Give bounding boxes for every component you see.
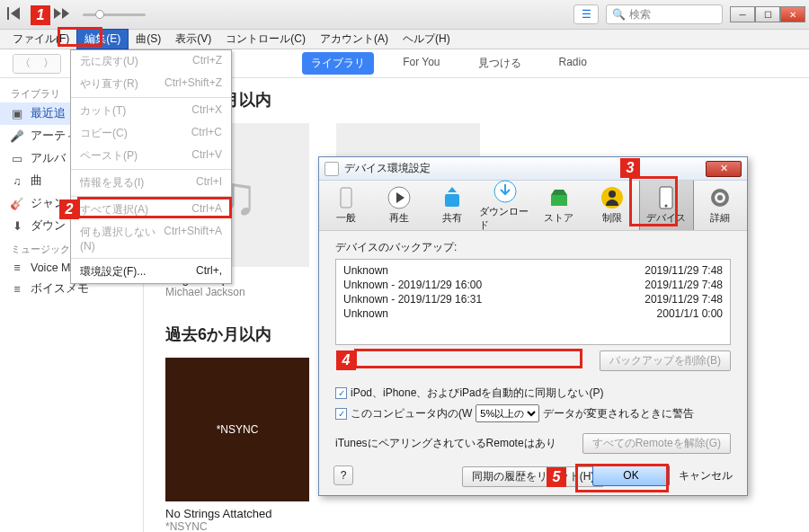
tool-sharing[interactable]: 共有 [426,181,479,230]
menu-undo[interactable]: 元に戻す(U)Ctrl+Z [71,50,231,73]
store-icon [547,186,571,209]
section-title-recent: 過去3か月以内 [165,89,787,111]
tool-advanced[interactable]: 詳細 [694,181,747,230]
itunes-icon [324,162,339,176]
annotation-4: 4 [336,350,356,370]
nav-back-button[interactable]: 〈 [13,55,37,73]
playlist-icon: ≡ [11,283,23,296]
help-button[interactable]: ? [333,466,353,485]
dialog-footer: ? OK キャンセル [319,465,747,486]
restrict-icon [600,186,624,209]
next-track-button[interactable] [54,8,70,22]
annotation-box-1 [58,27,102,47]
remote-label: iTunesにペアリングされているRemoteはあり [335,436,556,451]
svg-point-10 [717,195,723,200]
window-close-button[interactable]: ✕ [780,6,805,22]
warn-checkbox-row[interactable]: ✓ このコンピュータ内の(W 5%以上の データが変更されるときに警告 [335,403,731,424]
autosync-label: iPod、iPhone、およびiPadを自動的に同期しない(P) [351,386,603,401]
backup-row: Unknown2001/1/1 0:00 [343,306,723,321]
search-icon: 🔍 [612,8,626,21]
download-icon: ⬇ [11,219,23,233]
backup-row: Unknown2019/11/29 7:48 [343,263,723,278]
general-icon [334,186,358,209]
mic-icon: 🎤 [11,129,23,143]
edit-dropdown-menu: 元に戻す(U)Ctrl+Z やり直す(R)Ctrl+Shift+Z カット(T)… [70,49,232,284]
guitar-icon: 🎸 [11,197,23,210]
search-input[interactable]: 🔍 検索 [606,4,723,24]
tab-browse[interactable]: 見つける [469,52,530,75]
menu-cut[interactable]: カット(T)Ctrl+X [71,100,231,122]
window-maximize-button[interactable]: ☐ [755,6,780,22]
tool-downloads[interactable]: ダウンロード [479,181,532,230]
menu-control[interactable]: コントロール(C) [218,30,313,49]
checkbox-checked-icon[interactable]: ✓ [335,408,347,420]
search-placeholder: 検索 [629,7,651,22]
clock-icon: ▣ [11,107,23,120]
album-cover: *NSYNC [165,358,309,501]
autosync-checkbox-row[interactable]: ✓ iPod、iPhone、およびiPadを自動的に同期しない(P) [335,384,731,403]
tool-store[interactable]: ストア [532,181,585,230]
device-preferences-dialog: デバイス環境設定 ✕ 一般 再生 共有 ダウンロード ストア 制限 デバイス 詳… [318,156,748,496]
player-bar: ☰ 🔍 検索 ─ ☐ ✕ [0,0,809,30]
play-icon [387,186,411,209]
note-icon: ♫ [11,175,23,188]
dialog-toolbar: 一般 再生 共有 ダウンロード ストア 制限 デバイス 詳細 [319,181,747,231]
backup-label: デバイスのバックアップ: [335,240,731,255]
backup-row: Unknown - 2019/11/29 16:312019/11/29 7:4… [343,292,723,306]
playlist-icon: ≡ [11,262,23,274]
album-tile[interactable]: *NSYNC No Strings Attatched *NSYNC [165,358,309,532]
warn-percent-select[interactable]: 5%以上の [476,404,539,422]
list-view-button[interactable]: ☰ [573,4,599,24]
share-icon [440,186,464,209]
window-minimize-button[interactable]: ─ [730,6,755,22]
menu-paste[interactable]: ペースト(P)Ctrl+V [71,145,231,167]
gear-icon [708,186,732,209]
svg-rect-2 [445,194,459,207]
album-title: No Strings Attatched [165,507,309,520]
download-icon [493,180,517,203]
svg-rect-0 [341,188,351,208]
menu-song[interactable]: 曲(S) [129,30,168,49]
menu-select-none[interactable]: 何も選択しない(N)Ctrl+Shift+A [71,221,231,256]
annotation-5: 5 [547,467,566,487]
tab-library[interactable]: ライブラリ [302,52,374,75]
annotation-2: 2 [59,200,79,219]
tab-radio[interactable]: Radio [550,52,596,75]
menu-redo[interactable]: やり直す(R)Ctrl+Shift+Z [71,73,231,95]
annotation-box-2 [77,197,232,218]
annotation-box-4 [354,349,582,368]
remove-remote-button[interactable]: すべてのRemoteを解除(G) [582,433,731,454]
svg-point-6 [609,191,616,198]
menu-copy[interactable]: コピー(C)Ctrl+C [71,122,231,145]
checkbox-checked-icon[interactable]: ✓ [335,387,347,399]
dialog-close-button[interactable]: ✕ [706,161,742,177]
album-icon: ▭ [11,152,23,165]
prev-track-button[interactable] [7,7,22,22]
menu-help[interactable]: ヘルプ(H) [396,30,458,49]
cancel-button[interactable]: キャンセル [679,468,733,483]
backup-row: Unknown - 2019/11/29 16:002019/11/29 7:4… [343,278,723,292]
tool-general[interactable]: 一般 [319,181,372,230]
album-artist: *NSYNC [165,520,309,532]
main-menubar: ファイル(F) 編集(E) 曲(S) 表示(V) コントロール(C) アカウント… [0,30,809,49]
annotation-1: 1 [31,5,50,25]
delete-backup-button[interactable]: バックアップを削除(B) [600,350,731,371]
annotation-3: 3 [620,158,640,178]
tool-playback[interactable]: 再生 [372,181,425,230]
volume-slider[interactable] [83,13,146,16]
menu-account[interactable]: アカウント(A) [313,30,396,49]
menu-preferences[interactable]: 環境設定(F)...Ctrl+, [71,261,231,283]
nav-forward-button[interactable]: 〉 [37,55,60,73]
tab-foryou[interactable]: For You [394,52,449,75]
album-artist: Michael Jackson [165,286,309,298]
dialog-title: デバイス環境設定 [344,161,431,176]
menu-view[interactable]: 表示(V) [168,30,218,49]
annotation-box-5 [575,464,669,492]
menu-info[interactable]: 情報を見る(I)Ctrl+I [71,172,231,194]
backup-list[interactable]: Unknown2019/11/29 7:48 Unknown - 2019/11… [335,259,731,345]
dialog-titlebar[interactable]: デバイス環境設定 ✕ [319,157,747,181]
svg-rect-4 [551,195,567,206]
annotation-box-3 [629,176,678,226]
